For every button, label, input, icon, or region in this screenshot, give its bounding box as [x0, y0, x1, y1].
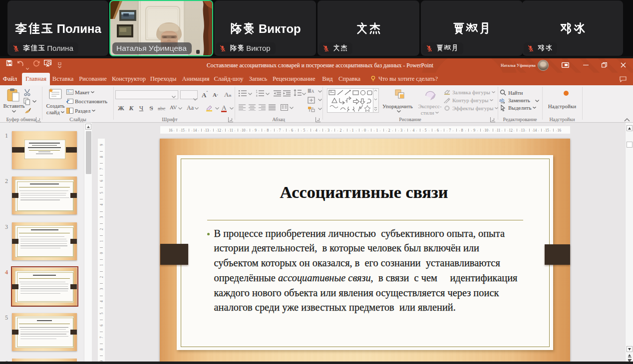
svg-text:ab: ab [499, 98, 504, 103]
